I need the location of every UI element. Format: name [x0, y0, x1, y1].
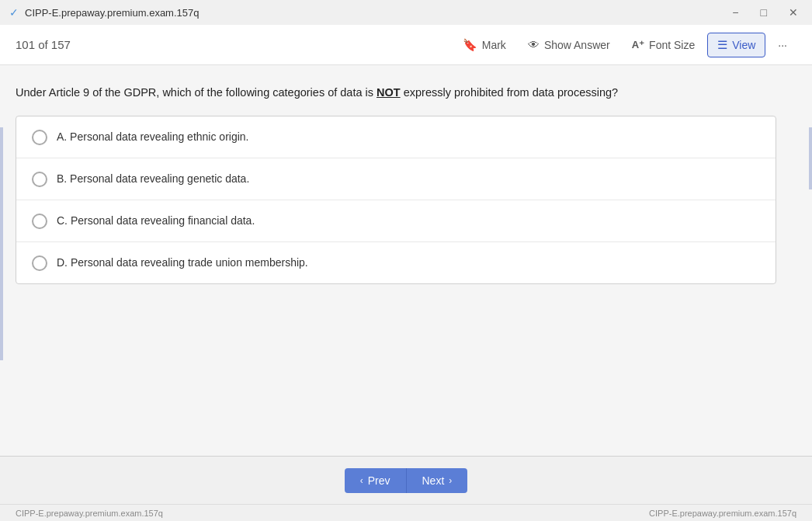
question-text-before: Under Article 9 of the GDPR, which of th… [16, 86, 377, 99]
prev-button[interactable]: ‹ Prev [345, 468, 407, 493]
footer-left: CIPP-E.prepaway.premium.exam.157q [16, 509, 163, 518]
left-accent [0, 127, 3, 360]
radio-3 [32, 255, 47, 271]
window-title: CIPP-E.prepaway.premium.exam.157q [25, 7, 199, 19]
footer: CIPP-E.prepaway.premium.exam.157q CIPP-E… [0, 504, 812, 521]
option-row-a[interactable]: A. Personal data revealing ethnic origin… [16, 116, 776, 158]
next-button[interactable]: Next › [407, 468, 468, 493]
minimize-button[interactable]: − [727, 5, 743, 20]
font-size-icon: A⁺ [632, 39, 644, 50]
option-row-d[interactable]: D. Personal data revealing trade union m… [16, 242, 776, 283]
view-label: View [732, 39, 755, 51]
option-label-0: A. Personal data revealing ethnic origin… [57, 129, 248, 145]
font-size-button[interactable]: A⁺ Font Size [623, 34, 705, 56]
option-label-3: D. Personal data revealing trade union m… [57, 255, 308, 271]
app-icon: ✓ [9, 6, 19, 19]
prev-label: Prev [368, 474, 390, 487]
bookmark-icon: 🔖 [463, 38, 477, 52]
right-accent [809, 127, 812, 189]
close-button[interactable]: ✕ [784, 5, 803, 20]
content-area: Under Article 9 of the GDPR, which of th… [0, 65, 812, 456]
bottom-bar: ‹ Prev Next › [0, 456, 812, 504]
maximize-button[interactable]: □ [756, 5, 772, 20]
show-answer-button[interactable]: 👁 Show Answer [519, 33, 619, 56]
question-text: Under Article 9 of the GDPR, which of th… [16, 84, 776, 102]
footer-right: CIPP-E.prepaway.premium.exam.157q [649, 509, 796, 518]
question-text-bold: NOT [377, 86, 401, 99]
show-answer-label: Show Answer [544, 39, 610, 51]
mark-label: Mark [482, 39, 506, 51]
more-button[interactable]: ··· [769, 34, 796, 56]
title-bar-left: ✓ CIPP-E.prepaway.premium.exam.157q [9, 6, 199, 19]
radio-1 [32, 172, 47, 187]
next-label: Next [422, 474, 445, 487]
eye-icon: 👁 [528, 38, 540, 51]
view-icon: ☰ [717, 38, 727, 52]
option-row-c[interactable]: C. Personal data revealing financial dat… [16, 200, 776, 242]
title-bar-controls: − □ ✕ [727, 5, 803, 20]
view-button[interactable]: ☰ View [707, 33, 765, 57]
title-bar: ✓ CIPP-E.prepaway.premium.exam.157q − □ … [0, 0, 812, 25]
option-label-2: C. Personal data revealing financial dat… [57, 213, 255, 229]
option-row-b[interactable]: B. Personal data revealing genetic data. [16, 158, 776, 200]
toolbar-actions: 🔖 Mark 👁 Show Answer A⁺ Font Size ☰ View… [453, 33, 796, 57]
toolbar: 101 of 157 🔖 Mark 👁 Show Answer A⁺ Font … [0, 25, 812, 65]
option-label-1: B. Personal data revealing genetic data. [57, 171, 249, 187]
radio-0 [32, 130, 47, 145]
next-chevron-icon: › [449, 475, 452, 486]
more-label: ··· [778, 39, 787, 51]
options-container: A. Personal data revealing ethnic origin… [16, 116, 776, 284]
prev-chevron-icon: ‹ [360, 475, 363, 486]
radio-2 [32, 214, 47, 229]
question-text-after: expressly prohibited from data processin… [401, 86, 618, 99]
font-size-label: Font Size [649, 39, 695, 51]
mark-button[interactable]: 🔖 Mark [453, 33, 515, 57]
question-progress: 101 of 157 [16, 38, 71, 51]
